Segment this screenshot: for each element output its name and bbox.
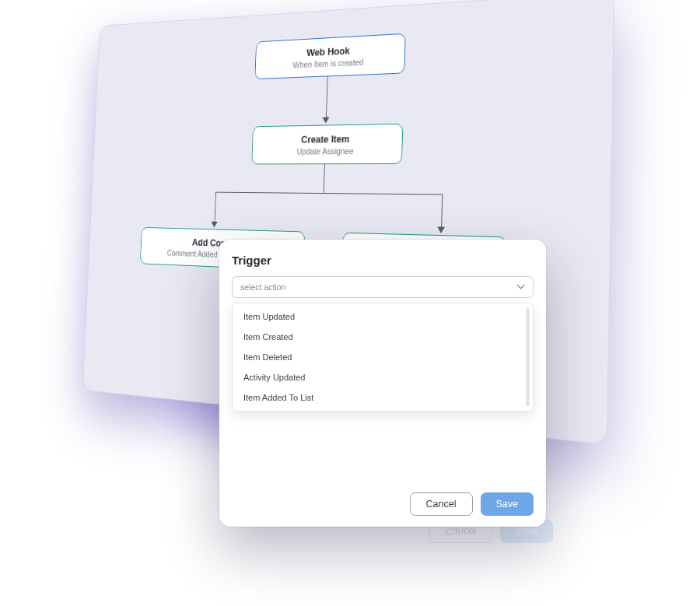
chevron-down-icon xyxy=(517,283,525,291)
workflow-node-webhook[interactable]: Web Hook When Item is created xyxy=(254,33,405,79)
node-subtitle: Update Assignee xyxy=(261,145,391,156)
arrowhead-icon xyxy=(437,226,445,233)
option-item-updated[interactable]: Item Updated xyxy=(233,307,533,327)
trigger-modal: Trigger select action Item Updated Item … xyxy=(219,240,546,527)
action-select[interactable]: select action xyxy=(232,276,534,298)
node-title: Web Hook xyxy=(265,43,395,61)
option-item-deleted[interactable]: Item Deleted xyxy=(233,347,533,367)
connector xyxy=(215,192,442,195)
connector xyxy=(324,162,325,193)
connector xyxy=(441,194,443,229)
connector xyxy=(326,74,328,118)
modal-footer: Cancel Save xyxy=(232,492,534,516)
option-activity-updated[interactable]: Activity Updated xyxy=(233,367,533,387)
modal-title: Trigger xyxy=(232,254,534,267)
select-placeholder: select action xyxy=(240,282,285,292)
workflow-node-create-item[interactable]: Create Item Update Assignee xyxy=(251,124,403,165)
node-title: Create Item xyxy=(262,132,392,145)
option-item-created[interactable]: Item Created xyxy=(233,327,533,347)
option-item-added-to-list[interactable]: Item Added To List xyxy=(233,387,533,408)
connector xyxy=(215,192,217,223)
action-dropdown: Item Updated Item Created Item Deleted A… xyxy=(232,303,534,412)
save-button[interactable]: Save xyxy=(481,492,534,516)
arrowhead-icon xyxy=(322,117,329,124)
cancel-button[interactable]: Cancel xyxy=(410,492,473,516)
arrowhead-icon xyxy=(211,222,217,228)
